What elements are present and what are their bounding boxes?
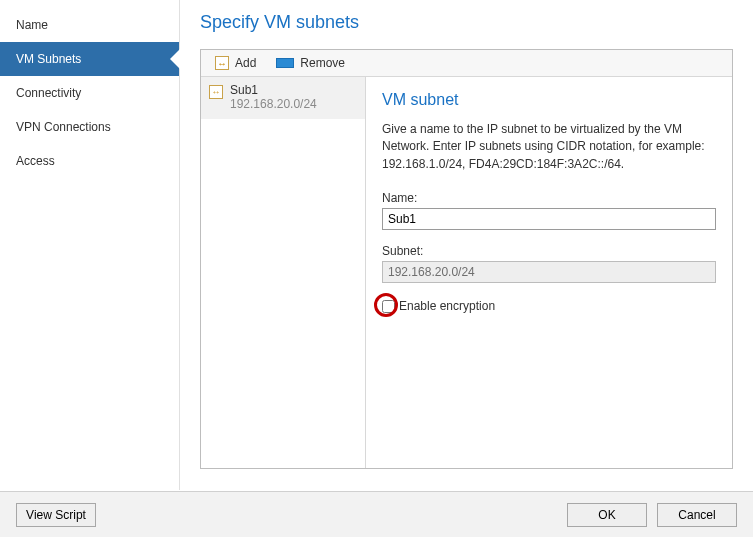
subnet-list: ↔ Sub1 192.168.20.0/24 [201,77,366,468]
work-panel: ↔ Add Remove ↔ Sub1 192.168.20.0/24 [200,49,733,469]
cancel-button[interactable]: Cancel [657,503,737,527]
sidebar-item-access[interactable]: Access [0,144,179,178]
subnet-input[interactable] [382,261,716,283]
name-label: Name: [382,191,716,205]
subnet-list-item-cidr: 192.168.20.0/24 [230,97,317,111]
subnet-toolbar: ↔ Add Remove [201,50,732,77]
subnet-list-item-name: Sub1 [230,83,317,97]
sidebar-item-label: Access [16,154,55,168]
remove-icon [276,58,294,68]
add-icon: ↔ [215,56,229,70]
subnet-detail-pane: VM subnet Give a name to the IP subnet t… [366,77,732,468]
view-script-button[interactable]: View Script [16,503,96,527]
sidebar-item-label: Connectivity [16,86,81,100]
name-input[interactable] [382,208,716,230]
content-area: Specify VM subnets ↔ Add Remove ↔ Su [180,0,753,490]
sidebar-item-vpn-connections[interactable]: VPN Connections [0,110,179,144]
page-title: Specify VM subnets [200,12,733,33]
remove-label: Remove [300,56,345,70]
enable-encryption-checkbox[interactable] [382,300,395,313]
subnet-list-item[interactable]: ↔ Sub1 192.168.20.0/24 [201,77,365,119]
ok-button[interactable]: OK [567,503,647,527]
detail-title: VM subnet [382,91,716,109]
detail-description: Give a name to the IP subnet to be virtu… [382,121,716,173]
sidebar-item-label: VPN Connections [16,120,111,134]
sidebar-item-connectivity[interactable]: Connectivity [0,76,179,110]
enable-encryption-label: Enable encryption [399,299,495,313]
sidebar-item-label: Name [16,18,48,32]
dialog-footer: View Script OK Cancel [0,491,753,537]
add-button[interactable]: ↔ Add [209,54,262,72]
subnet-label: Subnet: [382,244,716,258]
wizard-sidebar: Name VM Subnets Connectivity VPN Connect… [0,0,180,490]
sidebar-item-name[interactable]: Name [0,8,179,42]
subnet-icon: ↔ [209,85,223,99]
add-label: Add [235,56,256,70]
remove-button[interactable]: Remove [270,54,351,72]
enable-encryption-row: Enable encryption [382,299,716,313]
sidebar-item-label: VM Subnets [16,52,81,66]
sidebar-item-vm-subnets[interactable]: VM Subnets [0,42,179,76]
